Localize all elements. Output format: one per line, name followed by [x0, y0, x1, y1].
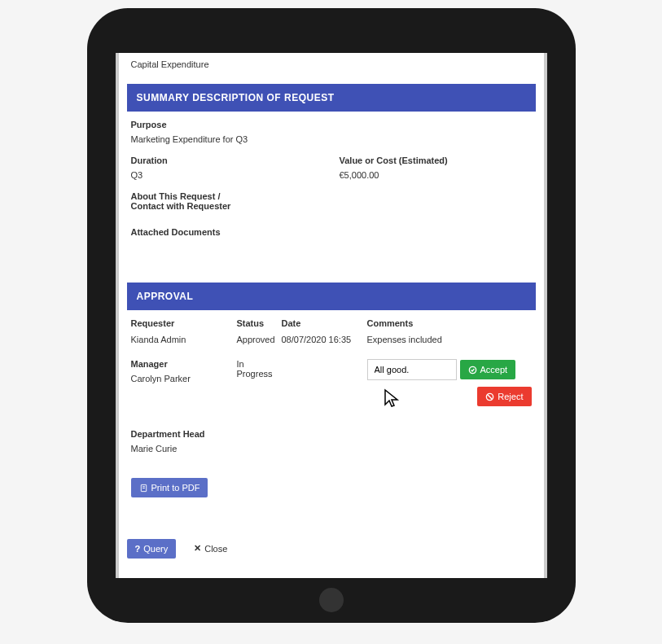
bottom-bar: ? Query ✕ Close	[127, 538, 536, 563]
content-area: Capital Expenditure SUMMARY DESCRIPTION …	[119, 53, 544, 563]
requester-row: Kianda Admin Approved 08/07/2020 16:35 E…	[131, 335, 532, 344]
print-label: Print to PDF	[151, 483, 200, 493]
check-circle-icon	[468, 366, 477, 375]
comment-input[interactable]	[367, 359, 457, 380]
svg-line-2	[488, 394, 493, 399]
summary-header: SUMMARY DESCRIPTION OF REQUEST	[127, 84, 536, 112]
query-label: Query	[143, 544, 168, 554]
manager-name: Carolyn Parker	[131, 374, 229, 383]
requester-comments: Expenses included	[367, 335, 532, 344]
accept-button[interactable]: Accept	[460, 360, 516, 379]
manager-status: In Progress	[237, 359, 274, 379]
dept-label: Department Head	[131, 429, 532, 439]
dept-name: Marie Curie	[131, 444, 532, 453]
close-label: Close	[204, 544, 227, 554]
approval-body: Requester Status Date Comments Kianda Ad…	[127, 310, 536, 506]
col-date: Date	[282, 318, 359, 328]
summary-body: Purpose Marketing Expenditure for Q3 Dur…	[127, 112, 536, 274]
tablet-frame: Capital Expenditure SUMMARY DESCRIPTION …	[87, 8, 576, 623]
manager-row: Manager Carolyn Parker In Progress Accep…	[131, 359, 532, 406]
reject-label: Reject	[498, 392, 523, 401]
purpose-label: Purpose	[131, 120, 532, 129]
query-button[interactable]: ? Query	[127, 539, 177, 559]
requester-status: Approved	[237, 335, 274, 344]
requester-date: 08/07/2020 16:35	[282, 335, 359, 344]
duration-label: Duration	[131, 156, 323, 165]
purpose-value: Marketing Expenditure for Q3	[131, 134, 532, 144]
requester-name: Kianda Admin	[131, 335, 229, 344]
value-value: €5,000.00	[340, 170, 532, 180]
question-icon: ?	[135, 544, 141, 554]
col-status: Status	[237, 318, 274, 328]
approval-columns-header: Requester Status Date Comments	[131, 318, 532, 328]
dept-head-row: Department Head Marie Curie	[131, 429, 532, 453]
print-pdf-button[interactable]: Print to PDF	[131, 478, 208, 497]
about-label: About This Request / Contact with Reques…	[131, 191, 245, 211]
close-button[interactable]: ✕ Close	[186, 538, 235, 559]
accept-label: Accept	[480, 365, 508, 375]
col-requester: Requester	[131, 318, 229, 328]
manager-label: Manager	[131, 359, 229, 369]
close-icon: ✕	[194, 543, 201, 554]
tablet-screen: Capital Expenditure SUMMARY DESCRIPTION …	[116, 53, 547, 578]
duration-value: Q3	[131, 170, 323, 180]
value-label: Value or Cost (Estimated)	[340, 156, 532, 165]
reject-button[interactable]: Reject	[477, 387, 531, 406]
pdf-icon	[139, 484, 148, 493]
ban-icon	[485, 392, 494, 401]
home-button[interactable]	[319, 588, 344, 612]
col-comments: Comments	[367, 318, 532, 328]
top-text: Capital Expenditure	[127, 53, 536, 76]
attached-label: Attached Documents	[131, 227, 532, 237]
approval-header: APPROVAL	[127, 283, 536, 310]
